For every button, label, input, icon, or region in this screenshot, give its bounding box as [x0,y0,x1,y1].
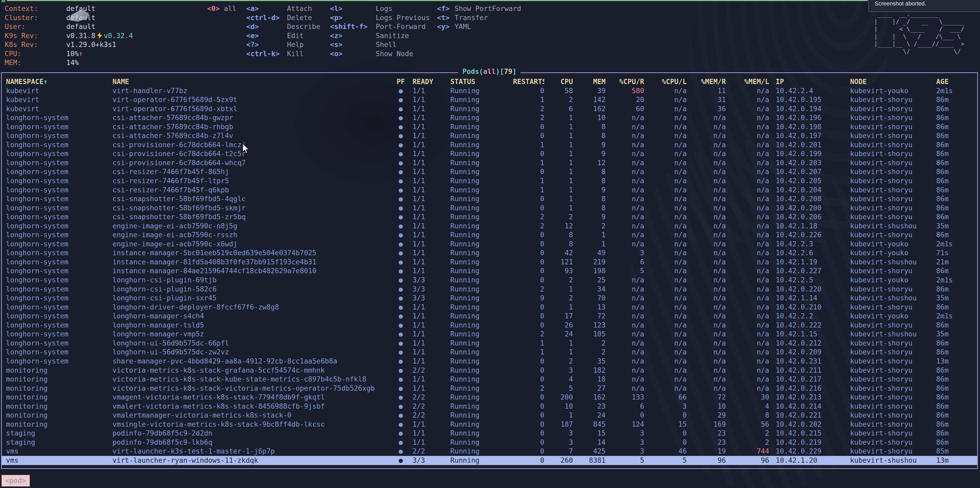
cell-pf: ● [389,420,412,429]
table-row[interactable]: monitoringvictoria-metrics-k8s-stack-vic… [2,384,977,393]
table-row[interactable]: longhorn-systemlonghorn-manager-s4ch4●1/… [2,312,977,321]
column-header-pf[interactable]: PF [389,77,412,86]
cell-pf: ● [389,348,412,357]
table-row[interactable]: vmsvirt-launcher-k3s-test-1-master-1-j6p… [2,447,977,456]
cell-memR: n/a [687,203,726,213]
column-header-name[interactable]: NAME [113,77,389,86]
column-header-restarts[interactable]: RESTARTS [513,77,544,86]
table-row[interactable]: longhorn-systemcsi-snapshotter-58bf69fbd… [2,194,977,203]
cell-mem: 10 [573,113,606,122]
column-header-status[interactable]: STATUS [450,77,513,86]
table-row[interactable]: monitoringvmalertmanager-victoria-metric… [2,411,977,420]
cell-memL: n/a [726,158,769,167]
cell-ready: 1/1 [412,312,450,321]
cell-namespace: longhorn-system [6,186,113,195]
table-row[interactable]: monitoringvictoria-metrics-k8s-stack-kub… [2,375,977,384]
cell-cpuL: n/a [644,294,687,303]
column-header-cpuR[interactable]: %CPU/R [606,77,644,86]
column-header-mem[interactable]: MEM [573,77,606,86]
cell-restarts: 0 [513,312,544,321]
column-header-namespace[interactable]: NAMESPACE↑ [6,77,113,86]
table-row[interactable]: longhorn-systemcsi-provisioner-6c78dcb66… [2,158,977,167]
column-header-memR[interactable]: %MEM/R [687,77,726,86]
table-row[interactable]: longhorn-systemcsi-attacher-57689cc84b-r… [2,122,977,132]
cell-name: longhorn-csi-plugin-sxr45 [113,294,389,303]
cell-restarts: 0 [513,393,544,402]
cell-status: Running [450,248,513,258]
cell-cpu: 1 [544,203,573,213]
cell-node: kubevirt-shoryu [850,212,936,221]
table-row[interactable]: kubevirtvirt-handler-v77bz●1/1Running058… [2,86,977,95]
table-row[interactable]: longhorn-systemlonghorn-ui-56d9b575dc-66… [2,339,977,348]
cell-ip: 10.42.2.2 [769,312,850,321]
table-row[interactable]: vmsvirt-launcher-ryan-windows-11-zkdqk●3… [2,456,977,465]
table-row[interactable]: kubevirtvirt-operator-6776f5689d-xbtxl●1… [2,104,977,113]
breadcrumb-pod-badge[interactable]: <pod> [2,475,30,486]
table-row[interactable]: longhorn-systeminstance-manager-84ae2159… [2,267,977,276]
table-row[interactable]: longhorn-systemlonghorn-manager-tsld5●1/… [2,321,977,330]
info-value-k8s-rev: v1.29.0+k3s1 [66,40,116,49]
cell-cpuL: n/a [644,357,687,366]
table-row[interactable]: longhorn-systemcsi-attacher-57689cc84b-z… [2,131,977,140]
cell-status: Running [450,294,513,303]
cell-memR: 10 [687,402,726,411]
table-row[interactable]: stagingpodinfo-79db68f5c9-lkb6q●1/1Runni… [2,438,977,447]
cell-cpu: 1 [544,194,573,203]
table-row[interactable]: longhorn-systemlonghorn-manager-vmp5z●1/… [2,330,977,339]
table-row[interactable]: longhorn-systemshare-manager-pvc-4bbd842… [2,357,977,366]
column-header-ip[interactable]: IP [769,77,850,86]
cell-memR: n/a [687,122,726,132]
info-row-cluster: Cluster:default [5,13,133,22]
hotkey-p: <p>Logs Previous [330,13,430,22]
table-row[interactable]: longhorn-systemcsi-snapshotter-58bf69fbd… [2,203,977,213]
column-header-cpu[interactable]: CPU [544,77,573,86]
pod-status-dot-icon: ● [399,312,403,320]
cell-age: 86m [936,113,974,122]
table-row[interactable]: longhorn-systemlonghorn-csi-plugin-582c6… [2,285,977,294]
table-row[interactable]: kubevirtvirt-operator-6776f5689d-5zx9t●1… [2,95,977,104]
table-row[interactable]: longhorn-systemcsi-provisioner-6c78dcb66… [2,140,977,149]
cell-status: Running [450,230,513,240]
table-row[interactable]: longhorn-systemcsi-provisioner-6c78dcb66… [2,149,977,158]
table-row[interactable]: longhorn-systemengine-image-ei-acb7590c-… [2,221,977,231]
table-row[interactable]: stagingpodinfo-79db68f5c9-2d2dn●1/1Runni… [2,429,977,438]
cell-mem: 15 [573,429,606,438]
table-row[interactable]: monitoringvictoria-metrics-k8s-stack-gra… [2,366,977,375]
column-header-memL[interactable]: %MEM/L [726,77,769,86]
cell-cpuR: n/a [606,312,644,321]
cell-memR: n/a [687,267,726,276]
cell-cpuR: n/a [606,212,644,221]
table-row[interactable]: longhorn-systeminstance-manager-5bc01eeb… [2,248,977,258]
table-row[interactable]: longhorn-systemlonghorn-csi-plugin-sxr45… [2,294,977,303]
table-row[interactable]: monitoringvmagent-victoria-metrics-k8s-s… [2,393,977,402]
hotkey-key-shift-f: <shift-f> [330,22,376,31]
table-row[interactable]: longhorn-systemcsi-resizer-7466f7b45f-lt… [2,176,977,186]
table-row[interactable]: longhorn-systemcsi-attacher-57689cc84b-g… [2,113,977,122]
table-row[interactable]: longhorn-systemcsi-resizer-7466f7b45f-q6… [2,186,977,195]
column-header-node[interactable]: NODE [850,77,936,86]
table-row[interactable]: monitoringvmsingle-victoria-metrics-k8s-… [2,420,977,429]
table-row[interactable]: longhorn-systeminstance-manager-81fd5a40… [2,258,977,267]
table-row[interactable]: longhorn-systemlonghorn-ui-56d9b575dc-zw… [2,348,977,357]
column-header-cpuL[interactable]: %CPU/L [644,77,687,86]
table-row[interactable]: longhorn-systemengine-image-ei-acb7590c-… [2,230,977,240]
cell-node: kubevirt-shoryu [850,267,936,276]
table-row[interactable]: longhorn-systemcsi-snapshotter-58bf69fbd… [2,212,977,221]
cell-ip: 10.42.0.211 [769,366,850,375]
cell-cpuL: n/a [644,339,687,348]
cell-cpuL: 0 [644,429,687,438]
column-header-ready[interactable]: READY [412,77,450,86]
cell-ip: 10.42.0.206 [769,212,850,221]
cell-namespace: longhorn-system [6,167,113,176]
table-row[interactable]: longhorn-systemcsi-resizer-7466f7b45f-86… [2,167,977,176]
cell-cpuL: n/a [644,348,687,357]
table-row[interactable]: monitoringvmalert-victoria-metrics-k8s-s… [2,402,977,411]
hotkey-label-l: Logs [376,5,392,13]
table-row[interactable]: longhorn-systemlonghorn-csi-plugin-69tjb… [2,276,977,285]
cell-ready: 3/3 [412,294,450,303]
column-header-age[interactable]: AGE [936,77,974,86]
table-row[interactable]: longhorn-systemengine-image-ei-acb7590c-… [2,240,977,249]
cell-name: share-manager-pvc-4bbd8429-aa8a-4912-92c… [113,357,389,366]
table-row[interactable]: longhorn-systemlonghorn-driver-deployer-… [2,303,977,312]
cell-ready: 1/1 [412,113,450,122]
